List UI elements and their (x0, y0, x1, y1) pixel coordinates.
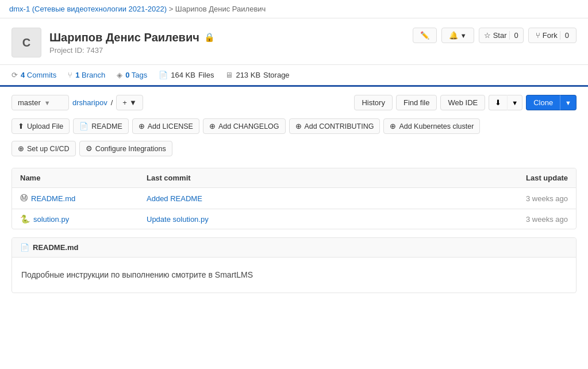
fork-icon: ⑂ (536, 31, 540, 40)
readme-button[interactable]: 📄 README (73, 118, 128, 134)
storage-label: Storage (263, 71, 290, 79)
setup-cicd-label: Set up CI/CD (27, 145, 70, 153)
tags-label: Tags (132, 71, 147, 79)
web-ide-button[interactable]: Web IDE (440, 95, 485, 110)
toolbar-left: master ▼ drsharipov / + ▼ (11, 95, 143, 110)
tag-icon: ◈ (117, 71, 122, 79)
breadcrumb-parent-link[interactable]: dmx-1 (Сетевые видеотехнологии 2021-2022… (9, 5, 167, 13)
file-table: Name Last commit Last update Ⓜ README.md… (11, 168, 577, 229)
add-changelog-icon: ⊕ (209, 122, 216, 130)
readme-section: 📄 README.md Подробные инструкции по выпо… (11, 237, 577, 293)
tags-count: 0 (125, 71, 129, 79)
chevron-down-icon: ▼ (460, 32, 467, 39)
project-id: Project ID: 7437 (49, 46, 215, 55)
lock-icon: 🔒 (204, 32, 215, 43)
plus-icon: + (122, 98, 127, 107)
download-chevron-button[interactable]: ▼ (507, 95, 522, 110)
add-kubernetes-icon: ⊕ (390, 122, 396, 130)
fork-label: Fork (543, 31, 558, 40)
fork-count: 0 (560, 31, 569, 40)
markdown-icon: Ⓜ (20, 193, 28, 203)
branches-link[interactable]: 1 Branch (75, 71, 105, 79)
find-file-button[interactable]: Find file (396, 95, 437, 110)
add-changelog-button[interactable]: ⊕ Add CHANGELOG (203, 118, 286, 134)
action-buttons-row: ⬆ Upload File 📄 README ⊕ Add LICENSE ⊕ A… (0, 118, 588, 141)
edit-button[interactable]: ✏️ (413, 28, 437, 43)
readme-header-icon: 📄 (20, 243, 29, 252)
add-license-label: Add LICENSE (148, 122, 193, 130)
notifications-button[interactable]: 🔔 ▼ (441, 28, 474, 43)
commit-message-readme[interactable]: Added README (147, 194, 482, 203)
history-button[interactable]: History (354, 95, 392, 110)
file-name-solution[interactable]: 🐍 solution.py (20, 214, 147, 224)
commits-link[interactable]: 4 Commits (21, 71, 56, 79)
add-contributing-label: Add CONTRIBUTING (305, 122, 374, 130)
clone-button-group: Clone ▼ (526, 95, 577, 110)
stats-bar: ⟳ 4 Commits ⑂ 1 Branch ◈ 0 Tags 📄 164 KB… (0, 65, 588, 87)
download-button-group: ⬇ ▼ (489, 95, 522, 110)
upload-icon: ⬆ (18, 122, 24, 130)
add-changelog-label: Add CHANGELOG (218, 122, 279, 130)
breadcrumb-current: Шарипов Денис Раилевич (175, 5, 266, 13)
clone-button[interactable]: Clone (526, 95, 560, 110)
files-label: Files (198, 71, 214, 79)
project-info: C Шарипов Денис Раилевич 🔒 Project ID: 7… (11, 28, 215, 57)
configure-integrations-button[interactable]: ⚙ Configure Integrations (79, 141, 172, 156)
add-kubernetes-button[interactable]: ⊕ Add Kubernetes cluster (383, 118, 480, 134)
path-user[interactable]: drsharipov (72, 98, 107, 107)
star-button[interactable]: ☆ Star 0 (479, 28, 524, 43)
branch-selector[interactable]: master ▼ (11, 95, 69, 110)
files-icon: 📄 (159, 71, 168, 79)
add-contributing-button[interactable]: ⊕ Add CONTRIBUTING (289, 118, 381, 134)
storage-icon: 🖥 (225, 71, 233, 79)
download-button[interactable]: ⬇ (489, 95, 507, 110)
commit-message-solution[interactable]: Update solution.py (147, 215, 482, 224)
add-license-button[interactable]: ⊕ Add LICENSE (132, 118, 199, 134)
file-name-text-solution: solution.py (33, 215, 69, 224)
readme-label: README (91, 122, 122, 130)
commits-count: 4 (21, 71, 25, 79)
action-buttons-row2: ⊕ Set up CI/CD ⚙ Configure Integrations (0, 141, 588, 163)
branch-icon: ⑂ (68, 71, 72, 79)
stat-tags: ◈ 0 Tags (117, 71, 147, 79)
readme-header: 📄 README.md (12, 238, 576, 257)
table-row: Ⓜ README.md Added README 3 weeks ago (12, 188, 576, 209)
tags-link[interactable]: 0 Tags (125, 71, 147, 79)
project-header: C Шарипов Денис Раилевич 🔒 Project ID: 7… (0, 18, 588, 65)
python-icon: 🐍 (20, 214, 30, 224)
breadcrumb-separator: > (169, 5, 174, 13)
file-name-text-readme: README.md (31, 194, 75, 203)
breadcrumb: dmx-1 (Сетевые видеотехнологии 2021-2022… (0, 0, 588, 18)
commits-icon: ⟳ (11, 71, 18, 79)
last-update-solution: 3 weeks ago (482, 215, 568, 224)
upload-file-label: Upload File (27, 122, 63, 130)
branch-name: master (18, 98, 41, 107)
add-chevron-icon: ▼ (129, 98, 137, 107)
toolbar: master ▼ drsharipov / + ▼ History Find f… (0, 87, 588, 118)
readme-header-title: README.md (33, 243, 78, 252)
file-name-readme[interactable]: Ⓜ README.md (20, 193, 147, 203)
clone-chevron-button[interactable]: ▼ (560, 95, 577, 110)
edit-icon: ✏️ (420, 31, 429, 40)
branches-count: 1 (75, 71, 79, 79)
setup-cicd-icon: ⊕ (18, 144, 24, 153)
file-table-header: Name Last commit Last update (12, 168, 576, 188)
header-commit: Last commit (147, 174, 482, 182)
toolbar-right: History Find file Web IDE ⬇ ▼ Clone ▼ (354, 95, 577, 110)
add-contributing-icon: ⊕ (295, 122, 302, 130)
star-icon: ☆ (484, 31, 491, 40)
upload-file-button[interactable]: ⬆ Upload File (11, 118, 70, 134)
files-size: 164 KB (171, 71, 195, 79)
star-count: 0 (509, 31, 518, 40)
branch-chevron-icon: ▼ (44, 99, 51, 106)
fork-button[interactable]: ⑂ Fork 0 (528, 28, 577, 43)
add-path-button[interactable]: + ▼ (116, 95, 143, 110)
stat-storage: 🖥 213 KB Storage (225, 71, 289, 79)
stat-files: 📄 164 KB Files (159, 71, 214, 79)
readme-content: Подробные инструкции по выполнению смотр… (12, 257, 576, 293)
add-kubernetes-label: Add Kubernetes cluster (399, 122, 474, 130)
avatar: C (11, 28, 41, 57)
table-row: 🐍 solution.py Update solution.py 3 weeks… (12, 209, 576, 229)
setup-cicd-button[interactable]: ⊕ Set up CI/CD (11, 141, 76, 156)
path-separator: / (111, 98, 113, 107)
